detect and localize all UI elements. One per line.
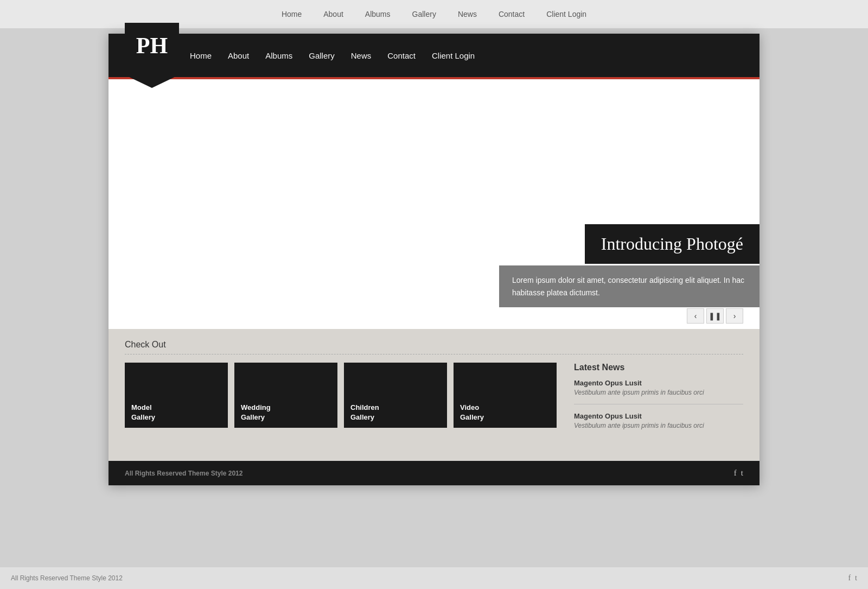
hero-next-button[interactable]: › [726,308,743,324]
pause-icon: ❚❚ [709,312,722,320]
news-panel: Latest News Magento Opus Lusit Vestibulu… [563,363,743,445]
footer-social: f t [734,468,743,478]
bg-nav-contact[interactable]: Contact [499,10,525,18]
hero-controls: ‹ ❚❚ › [687,308,743,324]
nav-gallery[interactable]: Gallery [309,51,335,60]
footer-copyright: All Rights Reserved Theme Style 2012 [125,470,242,477]
nav-about[interactable]: About [228,51,249,60]
news-item-2-desc: Vestibulum ante ipsum primis in faucibus… [574,422,743,429]
nav-home[interactable]: Home [190,51,212,60]
nav-albums[interactable]: Albums [265,51,292,60]
checkout-section: Check Out Model Gallery Wedding Gallery … [108,329,760,461]
bg-footer-social: f t [848,574,857,582]
news-item-1-desc: Vestibulum ante ipsum primis in faucibus… [574,389,743,396]
gallery-card-model[interactable]: Model Gallery [125,363,228,428]
site-header: PH Home About Albums Gallery News Contac… [108,34,760,77]
checkout-grid: Model Gallery Wedding Gallery Children G… [125,363,743,445]
bg-facebook-icon: f [848,574,851,582]
gallery-card-children[interactable]: Children Gallery [344,363,447,428]
gallery-card-model-label: Model Gallery [131,403,155,422]
main-window: PH Home About Albums Gallery News Contac… [108,34,760,485]
hero-prev-button[interactable]: ‹ [687,308,704,324]
footer-facebook-icon[interactable]: f [734,468,737,478]
news-item-1: Magento Opus Lusit Vestibulum ante ipsum… [574,379,743,404]
news-item-2-title: Magento Opus Lusit [574,412,743,420]
nav-news[interactable]: News [351,51,372,60]
news-item-1-title: Magento Opus Lusit [574,379,743,387]
news-item-2: Magento Opus Lusit Vestibulum ante ipsum… [574,412,743,437]
hero-area: Introducing Photogé Lorem ipsum dolor si… [108,79,760,329]
hero-description: Lorem ipsum dolor sit amet, consectetur … [499,265,760,307]
gallery-card-wedding[interactable]: Wedding Gallery [234,363,337,428]
site-footer: All Rights Reserved Theme Style 2012 f t [108,461,760,485]
gallery-card-wedding-label: Wedding Gallery [241,403,271,422]
nav-contact[interactable]: Contact [387,51,416,60]
bg-nav-albums[interactable]: Albums [365,10,391,18]
bg-nav-gallery[interactable]: Gallery [412,10,436,18]
gallery-card-video-label: Video Gallery [460,403,484,422]
site-logo[interactable]: PH [125,23,179,88]
bg-nav-news[interactable]: News [458,10,477,18]
bg-footer-copyright: All Rights Reserved Theme Style 2012 [11,574,123,582]
nav-clientlogin[interactable]: Client Login [432,51,475,60]
gallery-card-video[interactable]: Video Gallery [454,363,557,428]
bg-footer: All Rights Reserved Theme Style 2012 f t [0,567,868,589]
main-nav: Home About Albums Gallery News Contact C… [190,51,475,60]
bg-nav-clientlogin[interactable]: Client Login [546,10,586,18]
bg-twitter-icon: t [855,574,857,582]
bg-nav-home[interactable]: Home [282,10,302,18]
hero-title: Introducing Photogé [585,224,760,264]
gallery-card-children-label: Children Gallery [350,403,379,422]
news-panel-title: Latest News [574,363,743,372]
hero-pause-button[interactable]: ❚❚ [706,308,724,324]
footer-twitter-icon[interactable]: t [741,468,743,478]
checkout-title: Check Out [125,340,743,354]
bg-nav-about[interactable]: About [323,10,343,18]
